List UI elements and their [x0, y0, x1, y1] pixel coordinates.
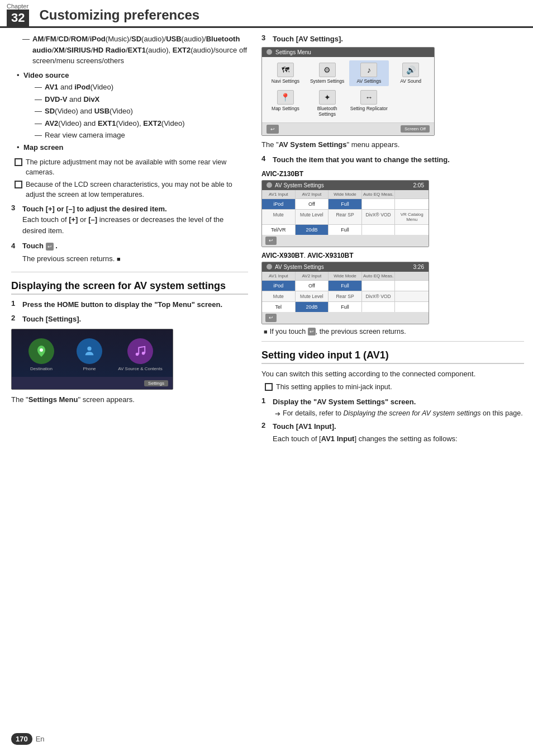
video-source-label: Video source — [23, 71, 69, 79]
av1-header-row: AV1 Input AV2 Input Wide Mode Auto EQ Me… — [262, 190, 429, 199]
arrow-symbol: ➔ — [275, 410, 280, 418]
av1-r1-c4 — [362, 199, 396, 209]
av1-note: This setting applies to mini-jack input. — [261, 382, 524, 392]
right-section2-step2: 2 Touch [AV1 Input]. Each touch of [AV1 … — [261, 421, 524, 444]
left-column: AM/FM/CD/ROM/iPod(Music)/SD(audio)/USB(a… — [0, 34, 257, 447]
av1-r1-c1[interactable]: iPod — [262, 199, 296, 209]
av2-r1-c1[interactable]: iPod — [262, 281, 296, 291]
r2-step1-text: Display the "AV System Settings" screen. — [273, 396, 416, 408]
bluetooth-settings-icon: ✦ — [319, 90, 336, 105]
av2-row1: iPod Off Full — [262, 281, 429, 291]
left-step3-text: Touch [+] or [–] to adjust the desired i… — [22, 204, 167, 215]
chapter-header: Chapter 32 Customizing preferences — [0, 0, 533, 28]
map-settings-cell[interactable]: 📍 Map Settings — [265, 88, 306, 119]
av1-r3-c5 — [395, 225, 429, 235]
system-settings-label: System Settings — [310, 78, 344, 84]
av1-title-bar: AV System Settings 2:05 — [262, 181, 429, 190]
r2-step2-body: Each touch of [AV1 Input] changes the se… — [273, 433, 524, 445]
av-system-screen-2: AV System Settings 3:26 AV1 Input AV2 In… — [261, 262, 429, 324]
black-square-bullet: ■ — [264, 328, 268, 335]
av2-back-btn[interactable]: ↩ — [265, 314, 277, 322]
av2-r3-c2[interactable]: 20dB — [296, 302, 329, 312]
av2-title-text: AV System Settings — [275, 264, 324, 270]
av1-r2-c1: Mute — [262, 210, 296, 224]
av-settings-cell[interactable]: ♪ AV Settings — [349, 60, 389, 86]
right-step4-num: 4 — [261, 154, 269, 163]
av-settings-label: AV Settings — [356, 78, 381, 84]
navi-settings-icon: 🗺 — [277, 63, 294, 77]
av-sound-label: AV Sound — [400, 78, 421, 84]
av1-r3-c3[interactable]: Full — [329, 225, 362, 235]
av1-time: 2:05 — [413, 182, 424, 188]
av2-h4: Auto EQ Meas. — [362, 272, 396, 280]
av1-back-btn[interactable]: ↩ — [265, 237, 277, 245]
left-section2-step2: 2 Touch [Settings]. — [11, 314, 248, 405]
av2-r3-c3[interactable]: Full — [329, 302, 362, 312]
phone-icon — [77, 338, 102, 364]
av2-r3-c4 — [362, 302, 396, 312]
av1-r1-c2[interactable]: Off — [296, 199, 329, 209]
av2-h3: Wide Mode — [329, 272, 362, 280]
av2-bottom: ↩ — [262, 312, 429, 324]
map-screen-item: Map screen — [17, 142, 248, 153]
right-step4-text: Touch the item that you want to change t… — [273, 154, 450, 166]
system-settings-icon: ⚙ — [319, 63, 336, 77]
av1-r3-c2[interactable]: 20dB — [296, 225, 329, 235]
source-text-1: AM/FM/CD/ROM/iPod(Music)/SD(audio)/USB(a… — [32, 35, 247, 65]
av2-r1-c2[interactable]: Off — [296, 281, 329, 291]
phone-item: Phone — [70, 338, 109, 371]
av1-r3-c1[interactable]: Tel/VR — [262, 225, 296, 235]
top-menu-icons-row: Destination Phone — [12, 329, 173, 377]
video-source-item: Video source AV1 and iPod(Video) DVD-V a… — [17, 70, 248, 141]
av2-r3-c1[interactable]: Tel — [262, 302, 296, 312]
source-list: AM/FM/CD/ROM/iPod(Music)/SD(audio)/USB(a… — [11, 34, 248, 67]
step1-num: 1 — [11, 299, 19, 308]
av1-row1: iPod Off Full — [262, 199, 429, 210]
av1-r1-c3[interactable]: Full — [329, 199, 362, 209]
av2-r1-c3[interactable]: Full — [329, 281, 362, 291]
av1-row3: Tel/VR 20dB Full — [262, 225, 429, 235]
av2-r2-c1: Mute — [262, 291, 296, 301]
system-settings-cell[interactable]: ⚙ System Settings — [307, 60, 348, 86]
av1-row2: Mute Mute Level Rear SP DivX® VOD VR Cat… — [262, 210, 429, 225]
page-number: 170 — [11, 733, 32, 745]
av2-r3-c5 — [395, 302, 429, 312]
left-step3-body: Each touch of [+] or [–] increases or de… — [22, 214, 248, 236]
navi-settings-cell[interactable]: 🗺 Navi Settings — [265, 60, 306, 86]
settings-menu-bottom: ↩ Screen Off — [262, 122, 434, 135]
video-item-3: SD(Video) and USB(Video) — [35, 106, 248, 117]
video-source-list: Video source AV1 and iPod(Video) DVD-V a… — [11, 70, 248, 153]
av2-row2: Mute Mute Level Rear SP DivX® VOD — [262, 291, 429, 302]
note-2: Because of the LCD screen characteristic… — [11, 179, 248, 200]
av2-r2-c3: Rear SP — [329, 291, 362, 301]
settings-back-btn[interactable]: ↩ — [266, 125, 279, 134]
right-column: 3 Touch [AV Settings]. Settings Menu 🗺 N… — [257, 34, 533, 447]
settings-menu-screen: Settings Menu 🗺 Navi Settings ⚙ System S… — [261, 47, 435, 136]
left-section2-step1: 1 Press the HOME button to display the "… — [11, 299, 248, 310]
av1-h2: AV2 Input — [296, 190, 329, 199]
bluetooth-settings-cell[interactable]: ✦ Bluetooth Settings — [307, 88, 348, 119]
right-step3-text: Touch [AV Settings]. — [273, 34, 343, 45]
step1-text: Press the HOME button to display the "To… — [22, 299, 222, 310]
screen-off-btn[interactable]: Screen Off — [401, 125, 430, 133]
av-source-icon — [127, 338, 153, 364]
device2-label: AVIC-X930BT. AVIC-X9310BT — [261, 252, 524, 259]
av1-r3-c4 — [362, 225, 396, 235]
setting-replicator-cell[interactable]: ↔ Setting Replicator — [349, 88, 389, 119]
r2-step1-note: ➔ For details, refer to Displaying the s… — [273, 409, 524, 418]
back-icon-left: ↩ — [46, 243, 54, 251]
section-title-left: Displaying the screen for AV system sett… — [11, 280, 248, 295]
av1-note-icon — [265, 383, 273, 391]
video-item-2: DVD-V and DivX — [35, 94, 248, 105]
map-settings-label: Map Settings — [272, 106, 299, 111]
note-text-2: Because of the LCD screen characteristic… — [26, 179, 248, 200]
note-text-1: The picture adjustment may not be availa… — [26, 157, 248, 177]
av-source-label: AV Source & Contents — [118, 366, 162, 371]
settings-menu-title-text: Settings Menu — [275, 49, 311, 55]
right-step3: 3 Touch [AV Settings]. Settings Menu 🗺 N… — [261, 34, 524, 150]
av-sound-cell[interactable]: 🔊 AV Sound — [391, 60, 431, 86]
phone-label: Phone — [83, 366, 96, 371]
device2-label-text: AVIC-X930BT. AVIC-X9310BT — [261, 252, 354, 259]
av2-header-row: AV1 Input AV2 Input Wide Mode Auto EQ Me… — [262, 272, 429, 281]
section2-title: Setting video input 1 (AV1) — [261, 349, 524, 364]
